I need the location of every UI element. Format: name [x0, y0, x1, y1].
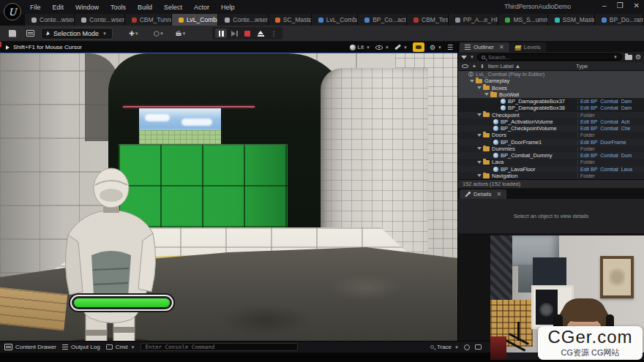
trace-dropdown[interactable]: Trace▼ — [430, 344, 459, 350]
play-options-button[interactable]: ⋮ — [268, 29, 280, 38]
edit-blueprint-link[interactable]: Edit BP_DoorFrame — [577, 140, 642, 145]
close-button[interactable]: ✕ — [634, 1, 640, 10]
status-record-icon[interactable] — [464, 344, 470, 350]
health-bar — [70, 295, 173, 311]
outliner-row-folder[interactable]: CheckpointFolder — [458, 112, 644, 118]
blueprints-dropdown[interactable]: ⬡▼ — [152, 28, 165, 39]
view-mode-dropdown[interactable]: Lit▼ — [350, 44, 370, 50]
column-type[interactable]: Type — [576, 63, 640, 69]
tab-content-browser-3[interactable]: Conte...wser 3 — [218, 14, 268, 26]
menu-select[interactable]: Select — [159, 1, 187, 13]
outliner-settings-icon[interactable]: ⚙ — [635, 53, 641, 61]
tab-bp-character[interactable]: BP_Co...acter — [358, 14, 407, 26]
expander-icon[interactable] — [477, 113, 482, 116]
tab-pp-hpf[interactable]: PP_A...e_HPF — [449, 14, 499, 26]
eject-button[interactable] — [255, 29, 266, 38]
outliner-row-folder[interactable]: DoorsFolder — [458, 132, 644, 138]
outliner-row-folder[interactable]: DummiesFolder — [458, 146, 644, 152]
expander-icon[interactable] — [484, 93, 489, 96]
menu-help[interactable]: Help — [216, 1, 240, 13]
tab-cbm-test[interactable]: CBM_Test — [407, 14, 449, 26]
tab-details[interactable]: Details✕ — [460, 189, 506, 199]
show-flags-dropdown[interactable]: ▼ — [375, 45, 389, 50]
tab-outliner[interactable]: Outliner✕ — [460, 42, 509, 52]
outliner-row-folder[interactable]: LavaFolder — [458, 159, 644, 165]
menu-tools[interactable]: Tools — [105, 1, 131, 13]
add-actor-dropdown[interactable]: ✚▼ — [127, 28, 141, 39]
status-snapshot-icon[interactable] — [475, 344, 482, 350]
stop-button[interactable] — [242, 29, 253, 38]
chevron-down-icon[interactable]: ▼ — [470, 55, 474, 59]
save-button[interactable] — [6, 28, 19, 39]
tab-lvl-combat[interactable]: LvL_Combat — [172, 14, 218, 26]
output-log-toggle[interactable]: Output Log — [62, 344, 100, 350]
tab-levels[interactable]: Levels — [510, 42, 546, 52]
outliner-row-world[interactable]: LvL_Combat (Play In Editor) — [458, 71, 644, 78]
game-controller-button[interactable] — [413, 42, 424, 52]
menu-build[interactable]: Build — [132, 1, 157, 13]
menu-window[interactable]: Window — [70, 1, 104, 13]
minimize-button[interactable]: – — [602, 1, 607, 10]
expander-icon[interactable] — [470, 80, 474, 83]
outliner-row-actor[interactable]: BP_ActivationVolumeEdit BP_Combat_Acti — [458, 118, 644, 125]
outliner-row-actor[interactable]: BP_DoorFrame1Edit BP_DoorFrame — [458, 139, 644, 146]
outliner-row-folder[interactable]: Gameplay — [458, 78, 644, 84]
expander-icon[interactable] — [477, 147, 482, 150]
tab-lvl-combat-2[interactable]: LvL_Combat — [312, 14, 358, 26]
level-viewport[interactable]: Shift+F1 for Mouse Cursor Lit▼ ▼ ▼ ⚙▼ ☰ — [0, 42, 457, 341]
brush-dropdown[interactable]: ▼ — [394, 45, 408, 50]
viewport-settings-dropdown[interactable]: ⚙▼ — [430, 44, 442, 51]
content-drawer-toggle[interactable]: Content Drawer — [4, 344, 56, 350]
tab-content-browser-2[interactable]: Conte...wser 2 — [75, 14, 124, 26]
sort-arrow-icon[interactable]: ⬇ — [480, 64, 484, 69]
content-drawer-button[interactable] — [23, 28, 37, 39]
edit-blueprint-link[interactable]: Edit BP_Combat_Dam — [577, 99, 642, 104]
edit-blueprint-link[interactable]: Edit BP_Combat_Che — [577, 126, 642, 131]
tab-sc-master[interactable]: SC_Master — [269, 14, 312, 26]
tab-cbm-tunnel[interactable]: CBM_Tunnel — [125, 14, 172, 26]
edit-blueprint-link[interactable]: Edit BP_Combat_Acti — [577, 119, 642, 124]
resume-button[interactable] — [228, 29, 240, 38]
outliner-row-actor[interactable]: BP_DamageableBox37Edit BP_Combat_Dam — [458, 98, 644, 105]
edit-blueprint-link[interactable]: Edit BP_Combat_Dum — [577, 153, 642, 158]
filter-funnel-icon[interactable] — [461, 56, 467, 59]
outliner-row-folder[interactable]: Boxes — [458, 85, 644, 91]
menu-actor[interactable]: Actor — [189, 1, 214, 13]
close-icon[interactable]: ✕ — [496, 191, 501, 197]
menu-edit[interactable]: Edit — [48, 1, 70, 13]
sky-window — [139, 108, 221, 144]
column-item-label[interactable]: Item Label ▲ — [488, 63, 521, 69]
tab-ms-dummy[interactable]: MS_S...ummy — [498, 14, 547, 26]
cinematics-dropdown[interactable]: 🎬︎▼ — [174, 28, 187, 39]
tab-bp-doorframe[interactable]: BP_Do...rame — [595, 14, 644, 26]
outliner-row-actor[interactable]: BP_LavaFloorEdit BP_Combat_Lava — [458, 166, 644, 173]
expander-icon[interactable] — [477, 86, 482, 89]
tab-content-browser-1[interactable]: Conte...wser 1 — [25, 14, 75, 26]
expander-icon[interactable] — [477, 134, 482, 137]
selection-mode-dropdown[interactable]: Selection Mode ▼ — [41, 28, 113, 39]
visibility-column-icon[interactable] — [462, 64, 468, 68]
blueprint-icon — [364, 18, 370, 23]
pin-column-icon[interactable]: ✦ — [472, 64, 476, 69]
cmd-dropdown[interactable]: Cmd▼ — [106, 344, 135, 350]
pause-button[interactable] — [215, 29, 227, 38]
outliner-row-actor[interactable]: BP_Combat_DummyEdit BP_Combat_Dum — [458, 152, 644, 159]
hamburger-icon[interactable]: ☰ — [447, 44, 453, 51]
console-command-input[interactable] — [141, 343, 298, 351]
outliner-row-folder[interactable]: BoxWall — [458, 91, 644, 98]
close-icon[interactable]: ✕ — [499, 44, 504, 50]
chevron-down-icon[interactable]: ▼ — [613, 55, 618, 59]
maximize-button[interactable]: ❐ — [617, 1, 624, 10]
tab-ssm-master[interactable]: SSM_Master — [548, 14, 595, 26]
create-folder-icon[interactable] — [625, 55, 632, 60]
menu-file[interactable]: File — [25, 1, 46, 13]
outliner-row-actor[interactable]: BP_CheckpointVolumeEdit BP_Combat_Che — [458, 125, 644, 132]
content-drawer-icon — [26, 30, 34, 37]
outliner-search-input[interactable]: Search... ▼ — [477, 53, 622, 61]
expander-icon[interactable] — [477, 161, 482, 164]
edit-blueprint-link[interactable]: Edit BP_Combat_Lava — [577, 167, 642, 172]
outliner-row-folder[interactable]: NavigationFolder — [458, 173, 644, 179]
outliner-row-actor[interactable]: BP_DamageableBox38Edit BP_Combat_Dam — [458, 105, 644, 111]
edit-blueprint-link[interactable]: Edit BP_Combat_Dam — [577, 105, 642, 110]
expander-icon[interactable] — [477, 174, 482, 177]
